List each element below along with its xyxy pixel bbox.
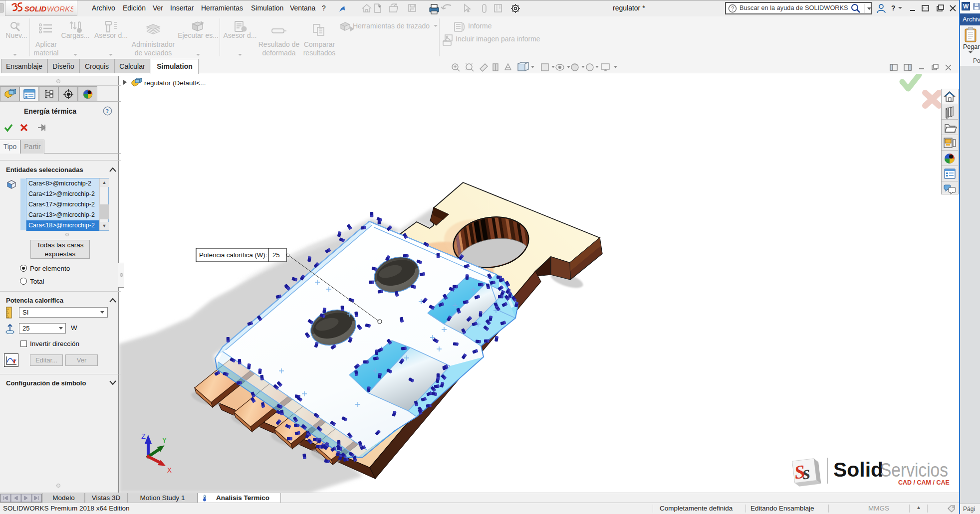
- svg-text:SOLID: SOLID: [24, 5, 47, 13]
- svg-text:Z: Z: [141, 433, 146, 441]
- svg-text:25: 25: [272, 251, 280, 259]
- svg-text:?: ?: [731, 5, 734, 11]
- svg-text:Solid: Solid: [833, 459, 883, 481]
- svg-text:Potencia calorífica (W):: Potencia calorífica (W):: [199, 251, 267, 259]
- svg-text:?: ?: [106, 108, 109, 115]
- svg-text:X: X: [167, 467, 172, 475]
- svg-text:CAD / CAM / CAE: CAD / CAM / CAE: [898, 479, 950, 486]
- svg-text:Y: Y: [162, 437, 167, 445]
- svg-text:WORKS: WORKS: [47, 5, 73, 13]
- svg-text:Servicios: Servicios: [880, 460, 948, 481]
